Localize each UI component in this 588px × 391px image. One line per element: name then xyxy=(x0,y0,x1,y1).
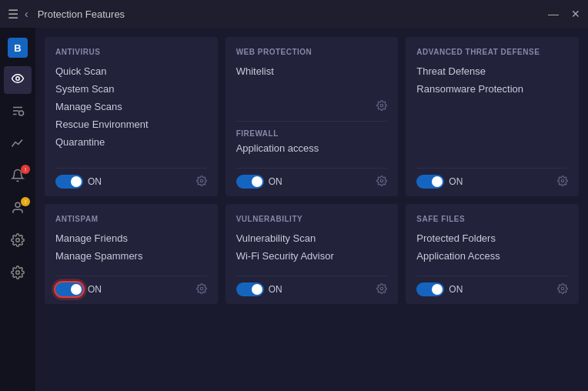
antispam-toggle[interactable] xyxy=(55,282,83,296)
tools-icon xyxy=(11,104,25,121)
svg-point-0 xyxy=(16,77,20,81)
safe-files-footer: ON xyxy=(416,276,568,296)
sidebar-item-bell[interactable]: ! xyxy=(4,163,32,191)
quick-scan-link[interactable]: Quick Scan xyxy=(55,65,207,77)
main-layout: B xyxy=(0,28,588,391)
cards-grid: ANTIVIRUS Quick Scan System Scan Manage … xyxy=(45,37,579,304)
advanced-threat-toggle-label: ON xyxy=(449,176,463,187)
minimize-button[interactable]: — xyxy=(548,8,559,20)
hamburger-icon[interactable]: ☰ xyxy=(8,7,18,22)
advanced-threat-card: ADVANCED THREAT DEFENSE Threat Defense R… xyxy=(406,37,579,196)
antispam-gear-icon[interactable] xyxy=(196,283,207,296)
antispam-items: Manage Friends Manage Spammers xyxy=(55,232,207,268)
title-bar-left: ☰ ‹ Protection Features xyxy=(8,7,125,22)
vulnerability-scan-link[interactable]: Vulnerability Scan xyxy=(236,232,388,244)
wifi-security-advisor-link[interactable]: Wi-Fi Security Advisor xyxy=(236,250,388,262)
manage-scans-link[interactable]: Manage Scans xyxy=(55,101,207,112)
content-area: ANTIVIRUS Quick Scan System Scan Manage … xyxy=(35,28,588,391)
vulnerability-card: VULNERABILITY Vulnerability Scan Wi-Fi S… xyxy=(226,204,399,304)
antivirus-toggle-group: ON xyxy=(55,175,102,189)
safe-files-toggle-group: ON xyxy=(416,282,463,296)
ransomware-protection-link[interactable]: Ransomware Protection xyxy=(416,83,568,95)
svg-point-5 xyxy=(15,202,20,207)
antivirus-items: Quick Scan System Scan Manage Scans Resc… xyxy=(55,65,207,160)
firewall-title: FIREWALL xyxy=(236,129,388,138)
safe-files-gear-icon[interactable] xyxy=(557,283,568,296)
svg-point-8 xyxy=(200,179,203,182)
svg-point-13 xyxy=(381,287,384,290)
advanced-threat-footer: ON xyxy=(416,168,568,189)
web-protection-content-gear-icon[interactable] xyxy=(376,100,387,113)
svg-point-10 xyxy=(381,179,384,182)
page-title: Protection Features xyxy=(38,8,125,20)
svg-point-4 xyxy=(19,111,24,115)
antivirus-footer: ON xyxy=(55,168,207,189)
bell-badge: ! xyxy=(21,165,30,174)
vulnerability-gear-icon[interactable] xyxy=(376,283,387,296)
web-protection-toggle-label: ON xyxy=(269,176,282,187)
web-protection-footer: ON xyxy=(236,168,388,189)
antivirus-toggle[interactable] xyxy=(55,175,83,189)
sidebar: B xyxy=(0,28,35,391)
threat-defense-link[interactable]: Threat Defense xyxy=(416,65,568,77)
web-protection-card: WEB PROTECTION Whitelist FIREWALL xyxy=(226,37,399,196)
web-protection-title: WEB PROTECTION xyxy=(236,48,388,56)
graph-icon xyxy=(11,136,25,153)
svg-point-11 xyxy=(561,179,564,182)
vulnerability-toggle-label: ON xyxy=(269,284,282,295)
eye-icon xyxy=(11,72,25,89)
whitelist-link[interactable]: Whitelist xyxy=(236,65,388,77)
manage-friends-link[interactable]: Manage Friends xyxy=(55,232,207,244)
web-protection-items: Whitelist FIREWALL Application access xyxy=(236,65,388,160)
safe-files-toggle[interactable] xyxy=(416,282,444,296)
svg-point-14 xyxy=(561,287,564,290)
protected-folders-link[interactable]: Protected Folders xyxy=(416,232,568,244)
antispam-card: ANTISPAM Manage Friends Manage Spammers … xyxy=(45,204,218,304)
sidebar-item-b[interactable]: B xyxy=(4,34,32,62)
user-warning-badge: ! xyxy=(21,197,30,206)
antispam-title: ANTISPAM xyxy=(55,215,207,223)
system-scan-link[interactable]: System Scan xyxy=(55,83,207,95)
vulnerability-toggle-group: ON xyxy=(236,282,282,296)
safe-files-items: Protected Folders Application Access xyxy=(416,232,568,268)
b-logo-icon: B xyxy=(8,38,28,58)
web-protection-toggle-group: ON xyxy=(236,175,282,189)
sidebar-item-user[interactable]: ! xyxy=(4,196,32,223)
vulnerability-footer: ON xyxy=(236,276,388,296)
back-icon[interactable]: ‹ xyxy=(25,8,28,20)
sidebar-item-eye[interactable] xyxy=(4,66,32,94)
sidebar-item-gear[interactable] xyxy=(4,228,32,256)
svg-point-12 xyxy=(200,287,203,290)
application-access-safe-link[interactable]: Application Access xyxy=(416,250,568,262)
web-protection-gear-icon[interactable] xyxy=(376,175,387,189)
advanced-threat-toggle[interactable] xyxy=(416,175,444,189)
svg-point-7 xyxy=(16,271,20,275)
info-gear-icon xyxy=(11,266,25,282)
advanced-threat-gear-icon[interactable] xyxy=(557,175,568,189)
antivirus-card: ANTIVIRUS Quick Scan System Scan Manage … xyxy=(45,37,218,196)
antivirus-title: ANTIVIRUS xyxy=(55,48,207,56)
sidebar-item-graph[interactable] xyxy=(4,131,32,159)
title-bar-controls: — ✕ xyxy=(548,8,580,20)
close-button[interactable]: ✕ xyxy=(571,8,580,20)
sidebar-item-tools[interactable] xyxy=(4,99,32,126)
vulnerability-toggle[interactable] xyxy=(236,282,264,296)
safe-files-card: SAFE FILES Protected Folders Application… xyxy=(406,204,579,304)
safe-files-title: SAFE FILES xyxy=(416,215,568,223)
application-access-link[interactable]: Application access xyxy=(236,142,388,154)
svg-point-6 xyxy=(16,239,20,242)
svg-point-9 xyxy=(381,104,384,107)
vulnerability-items: Vulnerability Scan Wi-Fi Security Adviso… xyxy=(236,232,388,268)
gear-sidebar-icon xyxy=(11,233,25,250)
quarantine-link[interactable]: Quarantine xyxy=(55,136,207,148)
advanced-threat-title: ADVANCED THREAT DEFENSE xyxy=(416,48,568,56)
antispam-toggle-group: ON xyxy=(55,282,102,296)
manage-spammers-link[interactable]: Manage Spammers xyxy=(55,250,207,262)
antivirus-gear-icon[interactable] xyxy=(196,175,207,189)
rescue-environment-link[interactable]: Rescue Environment xyxy=(55,119,207,130)
web-protection-toggle[interactable] xyxy=(236,175,264,189)
advanced-threat-items: Threat Defense Ransomware Protection xyxy=(416,65,568,160)
sidebar-item-info[interactable] xyxy=(4,260,32,288)
safe-files-toggle-label: ON xyxy=(449,284,463,295)
vulnerability-title: VULNERABILITY xyxy=(236,215,388,223)
